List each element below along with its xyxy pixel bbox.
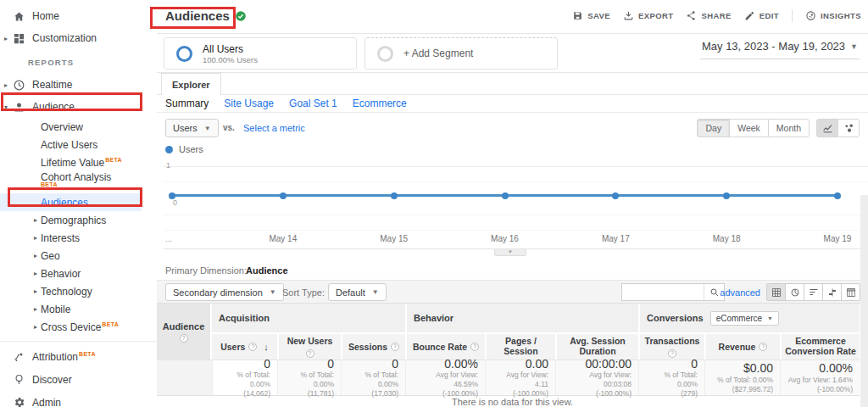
- sidebar-item-label: Realtime: [32, 79, 72, 91]
- granularity-month-button[interactable]: Month: [768, 119, 810, 137]
- granularity-toggle: Day Week Month: [698, 119, 810, 137]
- sidebar-item-customization[interactable]: ▸ Customization: [0, 27, 157, 49]
- data-point[interactable]: [169, 192, 175, 199]
- export-icon: [623, 10, 634, 21]
- save-button[interactable]: SAVE: [572, 10, 610, 21]
- data-point[interactable]: [834, 192, 841, 199]
- sidebar-item-discover[interactable]: Discover: [0, 368, 157, 391]
- save-icon: [572, 10, 583, 21]
- sidebar-item-technology[interactable]: ▸Technology: [0, 282, 142, 300]
- sidebar-item-audience[interactable]: ▾ Audience: [0, 96, 157, 118]
- beta-badge: BETA: [105, 157, 122, 163]
- sidebar-item-realtime[interactable]: ▸ Realtime: [0, 74, 157, 96]
- subtab-goal-set-1[interactable]: Goal Set 1: [289, 98, 337, 109]
- help-icon[interactable]: [391, 343, 399, 351]
- segment-all-users[interactable]: All Users 100.00% Users: [164, 37, 357, 70]
- sidebar-item-interests[interactable]: ▸Interests: [0, 229, 142, 247]
- scrollbar[interactable]: [860, 195, 868, 407]
- data-point[interactable]: [502, 192, 509, 199]
- chart-x-labels: ...May 14May 15May 16May 17May 18May 19: [172, 234, 837, 246]
- share-button[interactable]: SHARE: [686, 10, 731, 21]
- sidebar-item-cross-device[interactable]: ▸Cross DeviceBETA: [0, 318, 142, 336]
- group-header-conversions: Conversions eCommerce▼: [638, 304, 860, 332]
- data-point[interactable]: [280, 192, 287, 199]
- column-header-sessions[interactable]: Sessions: [341, 332, 405, 360]
- column-header-new-users[interactable]: New Users: [277, 332, 341, 360]
- sidebar-item-label: Interests: [41, 232, 80, 244]
- sidebar-item-label: Active Users: [41, 139, 97, 151]
- sidebar-item-mobile[interactable]: ▸Mobile: [0, 300, 142, 318]
- sidebar-item-lifetime-value[interactable]: Lifetime ValueBETA: [0, 153, 142, 171]
- segment-text: All Users 100.00% Users: [203, 43, 258, 64]
- google-analytics-app: Home ▸ Customization REPORTS ▸ Realtime …: [0, 0, 868, 407]
- help-icon[interactable]: [759, 343, 767, 351]
- percentage-view-icon[interactable]: [785, 283, 804, 301]
- data-point[interactable]: [391, 192, 398, 199]
- comparison-view-icon[interactable]: [822, 283, 842, 301]
- table-cell-avg-session-duration: 00:00:00Avg for View: 00:03:08(-100.00%): [555, 360, 638, 395]
- audience-column-header[interactable]: Audience: [157, 304, 212, 360]
- header-actions: SAVE EXPORT SHARE EDIT INSIGHTS: [572, 9, 861, 22]
- pivot-view-icon[interactable]: [841, 283, 860, 301]
- sidebar-item-geo[interactable]: ▸Geo: [0, 247, 142, 265]
- help-icon[interactable]: [470, 343, 479, 351]
- column-header-ecommerce-conversion-rate[interactable]: Ecommerce Conversion Rate: [780, 332, 860, 360]
- gridline: [164, 230, 868, 231]
- sidebar-item-label: Cross DeviceBETA: [41, 321, 119, 333]
- sidebar-item-audiences[interactable]: Audiences: [0, 193, 142, 211]
- discover-lightbulb-icon: [12, 373, 25, 387]
- column-header-bounce-rate[interactable]: Bounce Rate: [405, 332, 485, 360]
- axis-expand-handle[interactable]: ▼: [494, 249, 526, 256]
- sidebar-item-demographics[interactable]: ▸Demographics: [0, 211, 142, 229]
- advanced-search-link[interactable]: advanced: [720, 287, 760, 298]
- granularity-week-button[interactable]: Week: [729, 119, 769, 137]
- column-header-transactions[interactable]: Transactions: [638, 332, 704, 360]
- add-segment-button[interactable]: + Add Segment: [364, 37, 558, 70]
- legend-dot-icon: [165, 146, 173, 153]
- sidebar-item-home[interactable]: Home: [0, 5, 157, 27]
- search-input[interactable]: [622, 284, 704, 300]
- segment-ring-icon: [377, 46, 393, 62]
- sidebar-item-overview[interactable]: Overview: [0, 118, 142, 136]
- sidebar-item-active-users[interactable]: Active Users: [0, 136, 142, 153]
- help-icon[interactable]: [668, 349, 676, 358]
- column-header-users[interactable]: Users↓: [212, 332, 277, 360]
- caret-down-icon: ▼: [850, 42, 858, 51]
- primary-dimension-value[interactable]: Audience: [246, 265, 288, 276]
- sidebar-item-behavior[interactable]: ▸Behavior: [0, 265, 142, 282]
- sidebar-item-cohort-analysis[interactable]: Cohort AnalysisBETA: [0, 171, 142, 193]
- date-range-selector[interactable]: May 13, 2023 - May 19, 2023 ▼: [700, 38, 860, 59]
- sidebar-item-attribution[interactable]: AttributionBETA: [0, 345, 157, 368]
- line-chart-icon[interactable]: [816, 119, 838, 137]
- help-icon[interactable]: [248, 343, 257, 351]
- export-button[interactable]: EXPORT: [623, 10, 673, 21]
- data-table-view-icon[interactable]: [766, 283, 786, 301]
- help-icon[interactable]: [306, 349, 314, 358]
- chevron-down-icon: ▾: [0, 103, 12, 111]
- report-header: Audiences SAVE EXPORT SHARE EDIT INSIGHT…: [157, 0, 868, 34]
- sidebar-item-admin[interactable]: Admin: [0, 391, 157, 407]
- sort-type-selector[interactable]: Default▼: [328, 283, 387, 301]
- motion-chart-icon[interactable]: [837, 119, 860, 137]
- data-point[interactable]: [723, 192, 730, 199]
- column-header-avg-session-duration[interactable]: Avg. Session Duration: [555, 332, 638, 360]
- secondary-dimension-button[interactable]: Secondary dimension▼: [165, 283, 284, 301]
- granularity-day-button[interactable]: Day: [697, 119, 730, 137]
- data-point[interactable]: [612, 192, 619, 199]
- sidebar-item-label: Audience: [32, 101, 75, 113]
- tab-explorer[interactable]: Explorer: [161, 73, 221, 95]
- subtab-site-usage[interactable]: Site Usage: [224, 98, 274, 109]
- subtab-ecommerce[interactable]: Ecommerce: [353, 98, 407, 109]
- audience-person-icon: [12, 100, 25, 114]
- insights-button[interactable]: INSIGHTS: [805, 10, 861, 21]
- column-header-pages-session[interactable]: Pages / Session: [485, 332, 555, 360]
- help-icon[interactable]: [180, 334, 188, 343]
- edit-button[interactable]: EDIT: [744, 10, 779, 21]
- column-header-revenue[interactable]: Revenue: [704, 332, 780, 360]
- performance-view-icon[interactable]: [804, 283, 823, 301]
- subtab-summary[interactable]: Summary: [165, 98, 209, 109]
- conversions-goal-selector[interactable]: eCommerce▼: [710, 311, 779, 326]
- chart-legend: Users: [165, 144, 203, 154]
- select-a-metric-link[interactable]: Select a metric: [243, 123, 305, 133]
- metric-selector[interactable]: Users▼: [165, 119, 219, 137]
